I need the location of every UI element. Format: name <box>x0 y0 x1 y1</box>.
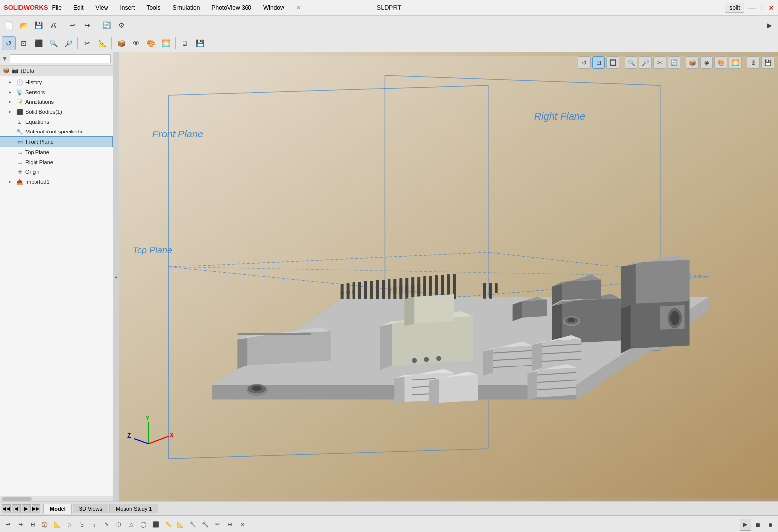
vp-save-btn[interactable]: 💾 <box>761 56 774 69</box>
appearance-btn[interactable]: 🎨 <box>144 36 158 50</box>
vp-color-btn[interactable]: 🎨 <box>714 56 727 69</box>
svg-marker-71 <box>636 260 690 304</box>
menu-file[interactable]: File <box>50 3 64 12</box>
zoom-select-btn[interactable]: ⊡ <box>17 36 31 50</box>
bt-btn4[interactable]: 🏠 <box>39 519 51 531</box>
tree-item-top-plane[interactable]: ▭ Top Plane <box>0 147 113 157</box>
menu-tools[interactable]: Tools <box>144 3 162 12</box>
bt-btn2[interactable]: ↪ <box>14 519 26 531</box>
vp-zoom-btn[interactable]: 🔲 <box>606 56 619 69</box>
tab-prev-btn[interactable]: ◀ <box>12 504 21 513</box>
menu-insert[interactable]: Insert <box>118 3 137 12</box>
tab-model[interactable]: Model <box>43 504 72 514</box>
vp-search2-btn[interactable]: 🔎 <box>639 56 652 69</box>
bt-btn20[interactable]: ⊗ <box>236 519 248 531</box>
menu-window[interactable]: Window <box>261 3 286 12</box>
bt-btn6[interactable]: ▷ <box>64 519 75 531</box>
scene-btn[interactable]: 🌅 <box>159 36 173 50</box>
tab-3dviews[interactable]: 3D Views <box>73 504 108 513</box>
tree-item-origin[interactable]: ✚ Origin <box>0 167 113 177</box>
vp-hide-btn[interactable]: ◉ <box>700 56 713 69</box>
bt-btn8[interactable]: ↕ <box>88 519 100 531</box>
vp-orient-btn[interactable]: 🔄 <box>668 56 680 69</box>
bt-btn11[interactable]: △ <box>125 519 137 531</box>
sidebar-hscroll[interactable] <box>0 496 113 501</box>
vp-select-btn[interactable]: ⊡ <box>592 56 605 69</box>
tree-item-imported1[interactable]: ▸ 📥 Imported1 <box>0 177 113 187</box>
save-button[interactable]: 💾 <box>32 18 45 32</box>
tree-item-solid-bodies[interactable]: ▸ ⬛ Solid Bodies(1) <box>0 107 113 117</box>
tree-item-equations[interactable]: Σ Equations <box>0 117 113 127</box>
tab-next-btn[interactable]: ▶ <box>22 504 31 513</box>
vp-cut-btn[interactable]: ✂ <box>653 56 666 69</box>
tree-item-annotations[interactable]: ▸ 📝 Annotations <box>0 97 113 107</box>
bt-stop-btn[interactable]: ⏹ <box>752 519 764 531</box>
rotate-view-btn[interactable]: ↺ <box>2 36 16 50</box>
sidebar-collapse-handle[interactable]: ◂ <box>113 52 119 501</box>
menu-simulation[interactable]: Simulation <box>170 3 202 12</box>
vp-scene2-btn[interactable]: 🌅 <box>729 56 742 69</box>
tab-motion-study[interactable]: Motion Study 1 <box>109 504 158 513</box>
bt-btn19[interactable]: ⊕ <box>224 519 236 531</box>
menu-view[interactable]: View <box>94 3 110 12</box>
undo-button[interactable]: ↩ <box>66 18 79 32</box>
bt-play-btn[interactable]: ▶ <box>740 519 751 531</box>
bt-btn12[interactable]: ◯ <box>138 519 149 531</box>
menu-edit[interactable]: Edit <box>71 3 86 12</box>
bt-btn5[interactable]: 📐 <box>51 519 63 531</box>
bt-btn9[interactable]: ✎ <box>101 519 112 531</box>
bt-btn7[interactable]: 🖱 <box>76 519 88 531</box>
tree-item-right-plane[interactable]: ▭ Right Plane <box>0 157 113 167</box>
svg-marker-66 <box>621 301 631 354</box>
menu-close-tab[interactable]: ✕ <box>294 3 303 12</box>
tab-last-btn[interactable]: ▶▶ <box>32 504 40 513</box>
hide-show-btn[interactable]: 👁 <box>129 36 143 50</box>
viewport[interactable]: X Y Z Front Plane Right Plane Top Plane … <box>119 52 778 501</box>
bt-btn15[interactable]: 📐 <box>175 519 186 531</box>
bt-record-btn[interactable]: ⏺ <box>764 519 776 531</box>
tree-item-sensors[interactable]: ▸ 📡 Sensors <box>0 87 113 97</box>
bt-btn17[interactable]: 🔨 <box>199 519 211 531</box>
open-button[interactable]: 📂 <box>17 18 31 32</box>
zoom-fit-btn[interactable]: 🔍 <box>46 36 60 50</box>
sidebar: ▼ 📦 📷 (Defa ▸ 🕐 History ▸ 📡 Sensors ▸ 📝 <box>0 52 113 501</box>
bt-btn14[interactable]: 📏 <box>162 519 174 531</box>
tab-first-btn[interactable]: ◀◀ <box>2 504 11 513</box>
zoom-box-btn[interactable]: ⬛ <box>32 36 45 50</box>
view-orient-btn[interactable]: 📐 <box>95 36 109 50</box>
bt-btn10[interactable]: ⬡ <box>113 519 125 531</box>
bt-btn16[interactable]: 🔧 <box>187 519 199 531</box>
min-button[interactable]: — <box>748 3 756 12</box>
redo-button[interactable]: ↪ <box>80 18 94 32</box>
hscroll-thumb[interactable] <box>2 497 32 501</box>
rebuild-button[interactable]: 🔄 <box>100 18 113 32</box>
bt-btn1[interactable]: ↩ <box>2 519 14 531</box>
menu-photoview[interactable]: PhotoView 360 <box>210 3 253 12</box>
bt-btn18[interactable]: ✂ <box>212 519 223 531</box>
options-button[interactable]: ⚙ <box>114 18 128 32</box>
vp-display-btn[interactable]: 📦 <box>686 56 699 69</box>
vp-screen-btn[interactable]: 🖥 <box>747 56 760 69</box>
filter-input[interactable] <box>10 54 111 63</box>
tree-item-history[interactable]: ▸ 🕐 History <box>0 77 113 87</box>
bt-btn13[interactable]: ⬛ <box>150 519 162 531</box>
save-view-btn[interactable]: 💾 <box>193 36 207 50</box>
section-view-btn[interactable]: ✂ <box>80 36 94 50</box>
vp-rotate-btn[interactable]: ↺ <box>578 56 591 69</box>
vp-search-btn[interactable]: 🔍 <box>625 56 637 69</box>
display-style-btn[interactable]: 📦 <box>114 36 128 50</box>
zoom-out-btn[interactable]: 🔎 <box>61 36 75 50</box>
bt-btn3[interactable]: ⊞ <box>27 519 38 531</box>
tree-item-front-plane[interactable]: ▭ Front Plane <box>0 136 113 147</box>
tree-item-material[interactable]: 🔧 Material <not specified> <box>0 127 113 136</box>
new-button[interactable]: 📄 <box>2 18 16 32</box>
top-plane-label: Top Plane <box>25 149 49 155</box>
filter-icon: ▼ <box>2 55 8 62</box>
sep-v1 <box>77 37 78 49</box>
screen-capture-btn[interactable]: 🖥 <box>178 36 192 50</box>
split-button[interactable]: split <box>725 3 744 13</box>
expand-button[interactable]: ▶ <box>762 18 776 32</box>
print-button[interactable]: 🖨 <box>46 18 60 32</box>
max-button[interactable]: □ <box>760 4 764 12</box>
close-button[interactable]: ✕ <box>768 4 774 12</box>
